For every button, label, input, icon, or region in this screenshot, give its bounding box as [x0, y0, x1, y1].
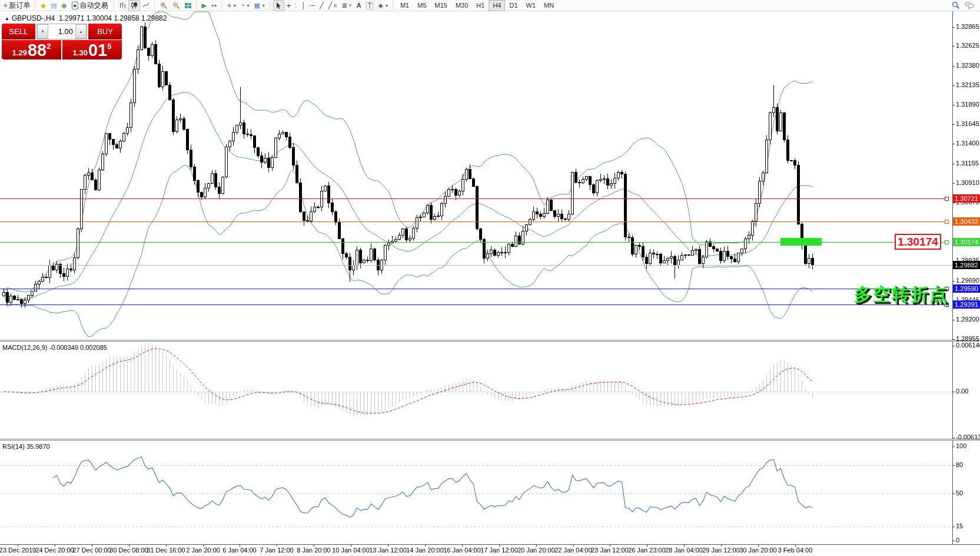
- hline-support-blue-1-badge: 1.29590: [953, 284, 980, 293]
- pivot-annotation-text[interactable]: 多空转折点: [854, 283, 948, 307]
- time-tick-label: 29 Jan 12:00: [702, 547, 740, 554]
- time-tick-label: 23 Dec 2019: [0, 547, 36, 554]
- pane-separator-macd[interactable]: [0, 340, 980, 342]
- price-tick-mark: [952, 46, 955, 47]
- rsi-tick-mark: [952, 446, 955, 447]
- volume-decrease-button[interactable]: ▾: [37, 24, 48, 39]
- current-bid-line: [0, 265, 952, 266]
- time-tick-label: 27 Dec 00:00: [72, 547, 111, 554]
- time-tick-label: 14 Jan 20:00: [406, 547, 444, 554]
- time-axis-border: [0, 544, 980, 545]
- pane-separator-rsi[interactable]: [0, 439, 980, 441]
- sell-price-display[interactable]: 1.29882: [2, 40, 61, 59]
- sell-price-prefix: 1.29: [12, 47, 27, 59]
- price-tick-mark: [952, 203, 955, 203]
- ohlc-values: 1.29971 1.30004 1.29858 1.29882: [59, 14, 167, 22]
- hline-resistance-orange[interactable]: [0, 221, 949, 222]
- symbol-triangle-icon: ▲: [5, 16, 9, 21]
- volume-increase-button[interactable]: ▴: [75, 24, 87, 39]
- price-tick-label: 1.32625: [956, 42, 979, 49]
- time-tick-label: 20 Jan 20:00: [517, 547, 555, 554]
- price-tick-mark: [952, 124, 955, 125]
- sell-price-point: 2: [46, 42, 51, 51]
- hline-support-blue-1[interactable]: [0, 289, 949, 289]
- chart-canvas[interactable]: [0, 0, 980, 556]
- price-tick-mark: [952, 320, 955, 320]
- time-tick-label: 10 Jan 04:00: [332, 547, 370, 554]
- chart-window: ▲GBPUSD-,H4 1.29971 1.30004 1.29858 1.29…: [0, 0, 980, 556]
- macd-tick-label: 0.00: [956, 388, 968, 395]
- rsi-tick-mark: [952, 527, 955, 527]
- price-tick-label: 1.30910: [956, 179, 979, 186]
- price-tick-mark: [952, 183, 955, 184]
- hline-resistance-orange-badge: 1.30433: [953, 217, 980, 226]
- rsi-tick-label: 100: [956, 442, 966, 449]
- time-tick-label: 22 Jan 04:00: [554, 547, 592, 554]
- buy-price-display[interactable]: 1.30015: [62, 40, 122, 59]
- price-tick-mark: [952, 85, 955, 86]
- rsi-tick-mark: [952, 465, 955, 466]
- price-tick-mark: [952, 105, 955, 105]
- price-tick-label: 1.31400: [956, 140, 979, 147]
- time-tick-label: 30 Dec 08:00: [109, 547, 148, 554]
- pivot-price-label[interactable]: 1.30174: [895, 234, 941, 250]
- time-tick-label: 26 Jan 23:00: [628, 547, 666, 554]
- symbol-label: GBPUSD-,H4: [12, 14, 55, 22]
- buy-price-point: 5: [107, 42, 111, 51]
- price-tick-label: 1.32865: [956, 23, 979, 30]
- time-tick-label: 6 Jan 04:00: [222, 547, 257, 554]
- price-tick-label: 1.31645: [956, 120, 979, 127]
- time-tick-label: 3 Feb 04:00: [778, 547, 813, 554]
- time-tick-label: 23 Jan 12:00: [591, 547, 629, 554]
- macd-indicator-label: MACD(12,26,9) -0.000349 0.002085: [2, 344, 107, 351]
- rsi-tick-mark: [952, 494, 955, 494]
- time-tick-label: 30 Jan 20:00: [739, 547, 777, 554]
- price-tick-label: 1.29200: [956, 316, 979, 323]
- rsi-tick-label: 15: [956, 522, 963, 529]
- rsi-tick-label: 80: [956, 461, 963, 468]
- sell-price-pips: 88: [28, 42, 46, 59]
- volume-input[interactable]: [48, 24, 75, 39]
- buy-price-prefix: 1.30: [73, 47, 88, 59]
- hline-resistance-orange-handle[interactable]: [945, 220, 949, 224]
- macd-tick-mark: [952, 346, 955, 346]
- chart-title: ▲GBPUSD-,H4 1.29971 1.30004 1.29858 1.29…: [5, 14, 167, 22]
- time-tick-label: 2 Jan 20:00: [186, 547, 220, 554]
- hline-pivot-green-handle[interactable]: [945, 240, 949, 244]
- macd-tick-label: -0.006138: [956, 433, 980, 441]
- price-tick-label: 1.31155: [956, 160, 979, 167]
- rsi-tick-label: 50: [956, 489, 963, 497]
- pivot-highlight-bar[interactable]: [780, 238, 822, 246]
- price-tick-label: 1.32380: [956, 62, 979, 69]
- one-click-trading-panel: SELL ▾ ▴ BUY 1.29882 1.30015: [2, 24, 122, 59]
- time-tick-label: 13 Jan 12:00: [369, 547, 407, 554]
- macd-tick-mark: [952, 392, 955, 392]
- hline-support-blue-2-badge: 1.29391: [953, 300, 980, 309]
- buy-button[interactable]: BUY: [88, 24, 122, 39]
- price-tick-label: 1.29690: [956, 277, 979, 284]
- price-axis-border: [952, 11, 953, 544]
- time-tick-label: 17 Jan 12:00: [480, 547, 518, 554]
- hline-pivot-green-badge: 1.30174: [953, 238, 980, 246]
- rsi-indicator-label: RSI(14) 35.9870: [2, 443, 50, 450]
- volume-control: ▾ ▴: [36, 24, 87, 39]
- price-tick-mark: [952, 144, 955, 144]
- price-tick-mark: [952, 339, 955, 340]
- time-tick-label: 16 Jan 04:00: [443, 547, 481, 554]
- hline-support-blue-2[interactable]: [0, 305, 949, 305]
- macd-tick-mark: [952, 438, 955, 438]
- price-tick-mark: [952, 164, 955, 164]
- sell-button[interactable]: SELL: [2, 24, 35, 39]
- time-tick-label: 28 Jan 04:00: [665, 547, 703, 554]
- hline-resistance-red-badge: 1.30721: [953, 194, 980, 203]
- price-tick-label: 1.32135: [956, 81, 979, 88]
- price-tick-mark: [952, 281, 955, 282]
- hline-resistance-red-handle[interactable]: [945, 197, 949, 201]
- macd-tick-label: 0.006146: [956, 342, 980, 349]
- hline-resistance-red[interactable]: [0, 198, 949, 199]
- current-price-badge: 1.29882: [953, 261, 980, 269]
- price-tick-mark: [952, 66, 955, 67]
- price-tick-mark: [952, 27, 955, 28]
- buy-price-pips: 01: [88, 42, 107, 59]
- time-tick-label: 8 Jan 20:00: [297, 547, 331, 554]
